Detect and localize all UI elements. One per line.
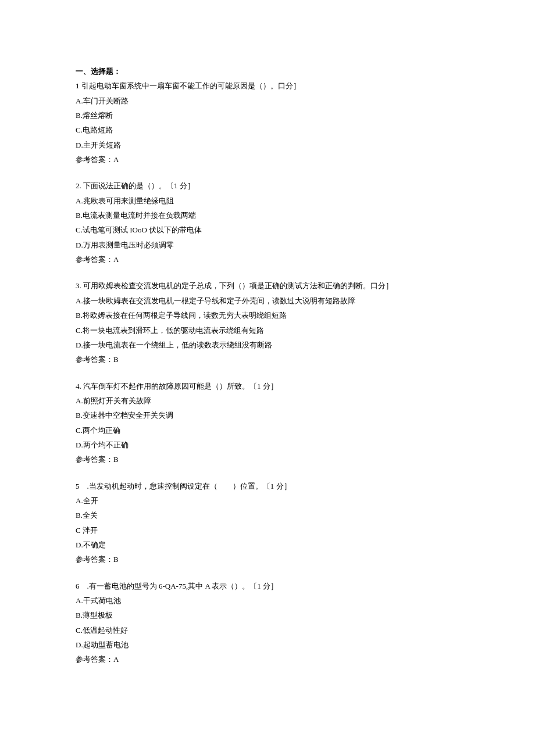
option-c: C.电路短路 — [76, 123, 459, 137]
option-c: C 泮开 — [76, 523, 459, 538]
option-a: A.兆欧表可用来测量绝缘电阻 — [76, 194, 459, 208]
question-stem: 6 .有一蓄电池的型号为 6-QA-75,其中 A 表示（）。〔1 分］ — [76, 579, 459, 593]
question-stem: 5 .当发动机起动时，怠速控制阀设定在（ ）位置。〔1 分］ — [76, 479, 459, 493]
option-c: C.试电笔可测试 IOoO 伏以下的带电体 — [76, 223, 459, 237]
answer: 参考答案：A — [76, 652, 459, 667]
option-b: B.薄型极板 — [76, 608, 459, 622]
option-d: D.主开关短路 — [76, 138, 459, 152]
answer: 参考答案：A — [76, 252, 459, 267]
answer: 参考答案：B — [76, 352, 459, 367]
answer: 参考答案：B — [76, 552, 459, 567]
option-d: D.不确定 — [76, 538, 459, 552]
option-b: B.电流表测量电流时并接在负载两端 — [76, 208, 459, 223]
option-a: A.接一块欧姆表在交流发电机一根定子导线和定子外壳间，读数过大说明有短路故障 — [76, 293, 459, 308]
option-a: A.前照灯开关有关故障 — [76, 393, 459, 408]
option-b: B.变速器中空档安全开关失调 — [76, 408, 459, 422]
question-block-3: 3. 可用欧姆表检查交流发电机的定子总成，下列（）项是正确的测试方法和正确的判断… — [76, 278, 459, 367]
option-a: A.车门开关断路 — [76, 94, 459, 108]
question-stem: 4. 汽车倒车灯不起作用的故障原因可能是（）所致。〔1 分］ — [76, 379, 459, 393]
option-d: D.起动型蓄电池 — [76, 637, 459, 652]
question-block-4: 4. 汽车倒车灯不起作用的故障原因可能是（）所致。〔1 分］ A.前照灯开关有关… — [76, 379, 459, 467]
option-c: C.两个均正确 — [76, 423, 459, 438]
answer: 参考答案：A — [76, 152, 459, 167]
section-heading: 一、选择题： — [76, 64, 459, 78]
option-a: A.干式荷电池 — [76, 593, 459, 608]
question-block-1: 一、选择题： 1 引起电动车窗系统中一扇车窗不能工作的可能原因是（）。口分］ A… — [76, 64, 459, 167]
question-stem: 3. 可用欧姆表检查交流发电机的定子总成，下列（）项是正确的测试方法和正确的判断… — [76, 278, 459, 293]
answer: 参考答案：B — [76, 452, 459, 467]
question-block-6: 6 .有一蓄电池的型号为 6-QA-75,其中 A 表示（）。〔1 分］ A.干… — [76, 579, 459, 667]
option-a: A.全开 — [76, 493, 459, 508]
option-b: B.将欧姆表接在任何两根定子导线间，读数无穷大表明绕组短路 — [76, 308, 459, 323]
question-block-5: 5 .当发动机起动时，怠速控制阀设定在（ ）位置。〔1 分］ A.全开 B.全关… — [76, 479, 459, 567]
question-stem: 1 引起电动车窗系统中一扇车窗不能工作的可能原因是（）。口分］ — [76, 78, 459, 93]
option-b: B.熔丝熔断 — [76, 108, 459, 123]
option-c: C.低温起动性好 — [76, 623, 459, 637]
option-b: B.全关 — [76, 508, 459, 522]
question-block-2: 2. 下面说法正确的是（）。〔1 分］ A.兆欧表可用来测量绝缘电阻 B.电流表… — [76, 178, 459, 267]
question-stem: 2. 下面说法正确的是（）。〔1 分］ — [76, 178, 459, 193]
option-d: D.万用表测量电压时必须调零 — [76, 238, 459, 252]
option-c: C.将一块电流表到滑环上，低的驱动电流表示绕组有短路 — [76, 323, 459, 338]
option-d: D.接一块电流表在一个绕组上，低的读数表示绕组没有断路 — [76, 338, 459, 352]
page-content: 一、选择题： 1 引起电动车窗系统中一扇车窗不能工作的可能原因是（）。口分］ A… — [0, 0, 535, 702]
option-d: D.两个均不正确 — [76, 438, 459, 452]
